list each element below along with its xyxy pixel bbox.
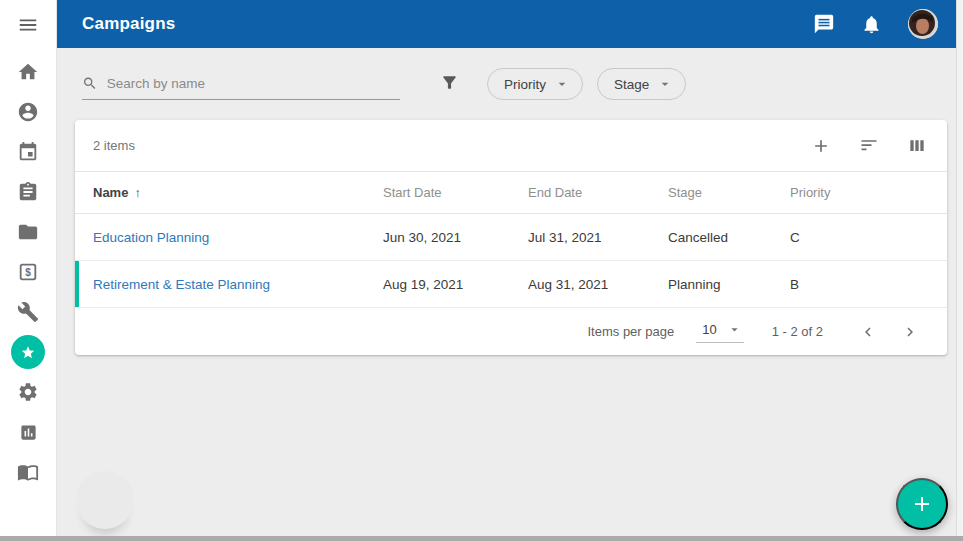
notifications-bell-icon[interactable] (861, 14, 882, 35)
pagination-bar: Items per page 10 1 - 2 of 2 (75, 308, 947, 355)
campaign-link[interactable]: Education Planning (93, 230, 209, 245)
sort-icon[interactable] (859, 136, 879, 156)
app-header: Campaigns (57, 0, 956, 48)
folder-icon (17, 221, 39, 243)
campaigns-table-card: 2 items Name ↑ Start Date End Date Stage (75, 120, 947, 355)
column-header-end-date[interactable]: End Date (528, 185, 668, 200)
column-header-priority[interactable]: Priority (790, 185, 947, 200)
left-sidebar: $ (0, 0, 57, 536)
sidebar-item-settings[interactable] (8, 372, 48, 412)
dollar-icon: $ (17, 261, 39, 283)
search-field[interactable] (82, 75, 400, 100)
window-bottom-edge (0, 536, 963, 541)
chat-icon[interactable] (813, 13, 835, 35)
sidebar-item-campaigns-active[interactable] (11, 335, 45, 369)
cell-end-date: Jul 31, 2021 (528, 230, 668, 245)
pagination-range: 1 - 2 of 2 (772, 324, 823, 339)
cell-end-date: Aug 31, 2021 (528, 277, 668, 292)
clipboard-icon (17, 181, 39, 203)
campaign-link[interactable]: Retirement & Estate Planning (93, 277, 270, 292)
cell-start-date: Aug 19, 2021 (383, 277, 528, 292)
cell-priority: C (790, 230, 947, 245)
search-icon (82, 75, 98, 92)
previous-page-button[interactable] (853, 317, 883, 347)
account-icon (17, 101, 39, 123)
column-header-stage[interactable]: Stage (668, 185, 790, 200)
cell-start-date: Jun 30, 2021 (383, 230, 528, 245)
sidebar-item-tools[interactable] (8, 292, 48, 332)
columns-icon[interactable] (907, 136, 927, 156)
filter-row: Priority Stage (57, 48, 956, 100)
sidebar-item-contacts[interactable] (8, 92, 48, 132)
items-per-page-select[interactable]: 10 (696, 320, 743, 343)
search-input[interactable] (107, 76, 400, 91)
plus-icon (910, 492, 934, 516)
gear-icon (17, 381, 39, 403)
filter-funnel-icon[interactable] (440, 73, 459, 96)
home-icon (17, 61, 39, 83)
chart-icon (19, 423, 38, 442)
column-header-name[interactable]: Name ↑ (75, 185, 383, 200)
priority-filter-chip[interactable]: Priority (487, 68, 583, 100)
table-header-row: Name ↑ Start Date End Date Stage Priorit… (75, 172, 947, 214)
svg-text:$: $ (25, 267, 31, 278)
sidebar-item-files[interactable] (8, 212, 48, 252)
chevron-down-icon (657, 76, 673, 92)
table-toolbar: 2 items (75, 120, 947, 172)
sort-ascending-arrow: ↑ (134, 185, 141, 200)
sidebar-item-home[interactable] (8, 52, 48, 92)
next-page-button[interactable] (895, 317, 925, 347)
sidebar-item-calendar[interactable] (8, 132, 48, 172)
create-campaign-fab[interactable] (896, 478, 948, 530)
sidebar-item-reports[interactable] (8, 412, 48, 452)
ghost-fab-placeholder (76, 471, 134, 529)
sidebar-item-library[interactable] (8, 452, 48, 492)
items-count: 2 items (93, 138, 135, 153)
user-avatar[interactable] (908, 9, 938, 39)
calendar-icon (17, 141, 39, 163)
items-per-page-label: Items per page (588, 324, 675, 339)
cell-priority: B (790, 277, 947, 292)
wrench-icon (17, 301, 39, 323)
star-icon (18, 342, 38, 362)
table-row[interactable]: Retirement & Estate Planning Aug 19, 202… (75, 261, 947, 308)
priority-chip-label: Priority (504, 77, 546, 92)
sidebar-item-tasks[interactable] (8, 172, 48, 212)
stage-filter-chip[interactable]: Stage (597, 68, 686, 100)
stage-chip-label: Stage (614, 77, 649, 92)
chevron-down-icon (727, 322, 742, 337)
book-icon (17, 461, 39, 483)
cell-stage: Planning (668, 277, 790, 292)
column-header-start-date[interactable]: Start Date (383, 185, 528, 200)
vertical-scrollbar[interactable] (956, 0, 963, 536)
chevron-down-icon (554, 76, 570, 92)
add-icon[interactable] (811, 136, 831, 156)
cell-stage: Cancelled (668, 230, 790, 245)
table-row[interactable]: Education Planning Jun 30, 2021 Jul 31, … (75, 214, 947, 261)
menu-icon[interactable] (17, 14, 39, 40)
page-title: Campaigns (82, 14, 175, 34)
main-content: Priority Stage 2 items (57, 48, 956, 536)
sidebar-item-billing[interactable]: $ (8, 252, 48, 292)
